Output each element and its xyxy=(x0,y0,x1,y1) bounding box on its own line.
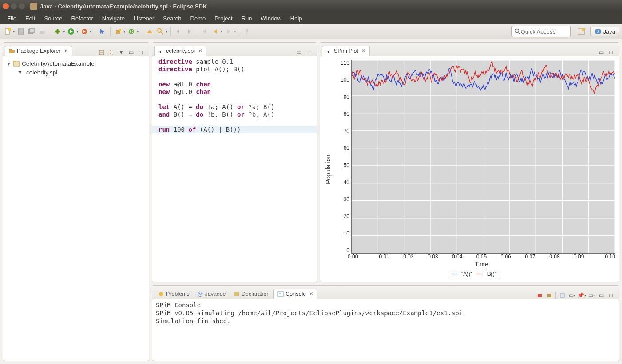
nav-next-annotation[interactable] xyxy=(184,27,194,36)
quick-access-input[interactable] xyxy=(520,28,568,35)
maximize-view-icon[interactable]: □ xyxy=(607,49,614,56)
print-button[interactable] xyxy=(37,27,47,36)
plot-tab-label: SPim Plot xyxy=(334,48,358,54)
perspective-label: Java xyxy=(603,28,615,35)
legend-a: "A()" xyxy=(461,271,472,277)
menu-edit[interactable]: Edit xyxy=(21,14,40,23)
minimize-view-icon[interactable]: ▭ xyxy=(295,49,302,56)
nav-prev-annotation[interactable] xyxy=(174,27,183,36)
maximize-view-icon[interactable]: □ xyxy=(607,292,614,299)
svg-text:C: C xyxy=(130,29,133,34)
close-icon[interactable]: ✕ xyxy=(64,48,68,54)
remove-launch-icon[interactable] xyxy=(546,292,553,299)
java-perspective-icon: J xyxy=(594,28,602,35)
search-icon xyxy=(515,28,520,35)
tab-plot[interactable]: π SPim Plot ✕ xyxy=(322,46,370,56)
menu-refactor[interactable]: Refactor xyxy=(67,14,98,23)
editor-body[interactable]: directive sample 0.1directive plot A(); … xyxy=(152,56,317,282)
save-all-button[interactable] xyxy=(27,27,36,36)
minimize-view-icon[interactable]: ▭ xyxy=(127,49,135,56)
project-node[interactable]: ▾ CelebrityAutomataExample xyxy=(5,59,147,68)
app-icon xyxy=(30,3,37,10)
svg-rect-38 xyxy=(13,62,20,66)
window-minimize-button[interactable] xyxy=(11,3,17,9)
menu-run[interactable]: Run xyxy=(237,14,257,23)
svg-rect-68 xyxy=(278,292,283,296)
scroll-lock-icon[interactable]: ▭▾ xyxy=(568,292,575,299)
view-menu-icon[interactable]: ▾ xyxy=(118,49,125,56)
window-maximize-button[interactable] xyxy=(19,3,25,9)
menu-listener[interactable]: Listener xyxy=(129,14,158,23)
svg-text:J: J xyxy=(597,29,599,34)
svg-rect-35 xyxy=(9,49,12,50)
console-body[interactable]: SPiM ConsoleSPiM v0.05 simulating /home/… xyxy=(152,299,619,361)
close-icon[interactable]: ✕ xyxy=(309,291,313,297)
project-label: CelebrityAutomataExample xyxy=(22,60,95,67)
clear-console-icon[interactable] xyxy=(559,292,566,299)
tab-javadoc[interactable]: @ Javadoc xyxy=(194,289,230,299)
pin-editor-icon[interactable] xyxy=(242,27,252,36)
menu-search[interactable]: Search xyxy=(158,14,186,23)
nav-forward[interactable]: ▾ xyxy=(224,27,236,36)
svg-rect-39 xyxy=(13,61,16,62)
menu-demo[interactable]: Demo xyxy=(186,14,210,23)
plot-xlabel: Time xyxy=(348,261,615,268)
svg-rect-2 xyxy=(18,29,24,34)
perspective-java[interactable]: J Java xyxy=(590,27,619,36)
svg-rect-71 xyxy=(547,294,551,297)
pin-console-icon[interactable]: 📌▾ xyxy=(578,292,585,299)
editor-tab-label: celebrity.spi xyxy=(166,48,195,54)
menu-window[interactable]: Window xyxy=(257,14,286,23)
svg-marker-21 xyxy=(177,29,179,34)
menu-source[interactable]: Source xyxy=(40,14,67,23)
file-node[interactable]: π celebrity.spi xyxy=(5,68,147,77)
package-explorer-tree[interactable]: ▾ CelebrityAutomataExample π celebrity.s… xyxy=(3,56,149,361)
minimize-view-icon[interactable]: ▭ xyxy=(598,49,605,56)
tab-declaration[interactable]: Declaration xyxy=(230,289,273,299)
pointer-tool-icon[interactable] xyxy=(98,27,107,36)
open-type-button[interactable] xyxy=(145,27,155,36)
tab-problems[interactable]: Problems xyxy=(154,289,194,299)
maximize-view-icon[interactable]: □ xyxy=(137,49,144,56)
search-button[interactable]: ▾ xyxy=(155,27,168,36)
workbench: Package Explorer ✕ ▾ ▭ □ ▾ CelebrityAuto… xyxy=(0,39,622,364)
legend-b: "B()" xyxy=(486,271,497,277)
svg-rect-67 xyxy=(234,292,239,296)
close-icon[interactable]: ✕ xyxy=(198,48,202,54)
new-package-button[interactable]: ▾ xyxy=(113,27,126,36)
open-perspective-button[interactable] xyxy=(576,27,586,36)
window-title: Java - CelebrityAutomataExample/celebrit… xyxy=(40,3,207,10)
new-class-button[interactable]: C▾ xyxy=(127,27,139,36)
nav-last-edit[interactable] xyxy=(200,27,210,36)
quick-access[interactable] xyxy=(511,26,571,37)
display-console-icon[interactable]: ▭▾ xyxy=(588,292,595,299)
debug-button[interactable]: ▾ xyxy=(53,27,65,36)
plot-ylabel: Population xyxy=(324,60,333,278)
menu-file[interactable]: File xyxy=(3,14,21,23)
svg-rect-70 xyxy=(538,294,542,297)
window-titlebar: Java - CelebrityAutomataExample/celebrit… xyxy=(0,0,622,12)
collapse-all-icon[interactable] xyxy=(98,49,105,56)
svg-text:π: π xyxy=(158,48,162,54)
menu-project[interactable]: Project xyxy=(210,14,237,23)
link-editor-icon[interactable] xyxy=(108,49,115,56)
tab-console[interactable]: Console ✕ xyxy=(273,289,317,299)
menu-navigate[interactable]: Navigate xyxy=(98,14,129,23)
close-icon[interactable]: ✕ xyxy=(361,48,366,54)
run-last-button[interactable]: ▾ xyxy=(79,27,92,36)
svg-line-20 xyxy=(161,32,163,34)
maximize-view-icon[interactable]: □ xyxy=(305,49,312,56)
tab-editor[interactable]: π celebrity.spi ✕ xyxy=(154,46,206,56)
run-button[interactable]: ▾ xyxy=(66,27,79,36)
window-close-button[interactable] xyxy=(3,3,9,9)
plot-yaxis: 1101009080706050403020100 xyxy=(333,60,351,254)
svg-rect-72 xyxy=(560,294,564,297)
menu-help[interactable]: Help xyxy=(286,14,307,23)
save-button[interactable] xyxy=(16,27,26,36)
svg-point-19 xyxy=(158,29,161,32)
terminate-icon[interactable] xyxy=(536,292,543,299)
tab-package-explorer[interactable]: Package Explorer ✕ xyxy=(5,46,72,56)
nav-back[interactable]: ▾ xyxy=(210,27,223,36)
new-button[interactable]: ▾ xyxy=(3,27,15,36)
minimize-view-icon[interactable]: ▭ xyxy=(598,292,605,299)
